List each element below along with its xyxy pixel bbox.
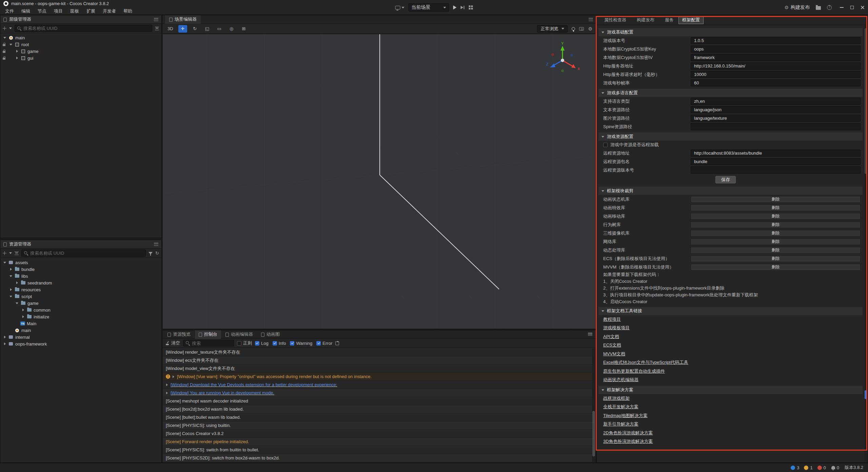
log-count-badge[interactable]: 0 — [817, 465, 826, 470]
config-scrollbar[interactable] — [864, 25, 868, 462]
lock-icon[interactable] — [2, 42, 6, 46]
asset-row[interactable]: assets — [0, 259, 161, 266]
mode-3d-button[interactable]: 3D — [166, 25, 175, 33]
asset-row[interactable]: libs — [0, 273, 161, 279]
tree-caret-icon[interactable] — [3, 36, 6, 39]
doc-link[interactable]: 游戏模板项目 — [603, 325, 630, 331]
console-log-row[interactable]: [Window] Download the Vue Devtools exten… — [163, 381, 595, 389]
solution-link[interactable]: 2D角色扮演游戏解决方案 — [603, 430, 653, 436]
asset-row[interactable]: seedrandom — [0, 279, 161, 286]
solution-link[interactable]: 全栈开发解决方案 — [603, 404, 638, 410]
section-resource-config[interactable]: 游戏资源配置 — [598, 133, 863, 141]
console-log-row[interactable]: [Scene] meshopt wasm decoder initialized — [163, 397, 595, 405]
rect-tool-button[interactable]: ▭ — [215, 25, 224, 33]
section-doc-links[interactable]: 框架文档工具链接 — [598, 307, 863, 315]
regex-checkbox[interactable] — [237, 341, 241, 346]
asset-row[interactable]: oops-framework — [0, 340, 161, 347]
scale-tool-button[interactable]: ◱ — [203, 25, 212, 33]
log-filter-toggle[interactable]: Log — [255, 341, 269, 346]
section-module-trim[interactable]: 框架模块裁剪 — [598, 187, 863, 195]
scene-editor-tab[interactable]: 场景编辑器 — [165, 15, 201, 24]
step-button[interactable] — [461, 5, 465, 9]
tree-caret-icon[interactable] — [9, 268, 13, 271]
field-value-input[interactable] — [691, 123, 861, 130]
log-count-badge[interactable]: 1 — [804, 465, 812, 470]
delete-module-button[interactable]: 删除 — [691, 255, 861, 262]
lock-icon[interactable] — [2, 49, 6, 53]
delete-module-button[interactable]: 删除 — [691, 196, 861, 203]
view-mode-dropdown[interactable]: 正常浏览 — [537, 25, 568, 33]
console-log-row[interactable]: [Window] ecs文件夹不存在 — [163, 356, 595, 365]
export-log-icon[interactable] — [335, 341, 339, 345]
solution-link[interactable]: 新手引导解决方案 — [603, 421, 638, 427]
layout-grid-button[interactable] — [469, 5, 473, 9]
tree-caret-icon[interactable] — [9, 295, 13, 298]
create-asset-button[interactable] — [3, 251, 6, 255]
menu-item[interactable]: 面板 — [66, 7, 83, 15]
minimize-button[interactable] — [840, 7, 844, 8]
assets-search-box[interactable] — [21, 250, 146, 257]
panel-menu-icon[interactable] — [589, 18, 593, 21]
field-value-input[interactable]: language/texture — [691, 115, 861, 122]
field-value-input[interactable]: framework — [691, 54, 861, 61]
asset-row[interactable]: main — [0, 327, 161, 334]
field-value-input[interactable]: bundle — [691, 158, 861, 165]
panel-menu-icon[interactable] — [154, 18, 158, 21]
tree-caret-icon[interactable] — [15, 50, 19, 53]
console-tab[interactable]: 动画编辑器 — [222, 330, 257, 339]
preview-target-button[interactable] — [395, 6, 405, 9]
tree-caret-icon[interactable] — [3, 335, 6, 339]
section-i18n-config[interactable]: 游戏多语言配置 — [598, 89, 863, 97]
filter-icon[interactable] — [155, 27, 159, 30]
hierarchy-search-box[interactable] — [15, 25, 152, 32]
doc-link[interactable]: API文档 — [603, 334, 619, 340]
delete-module-button[interactable]: 删除 — [691, 264, 861, 271]
menu-item[interactable]: 编辑 — [18, 7, 34, 15]
tree-caret-icon[interactable] — [15, 56, 19, 60]
panel-menu-icon[interactable] — [588, 333, 592, 336]
tree-caret-icon[interactable] — [21, 308, 25, 312]
field-value-input[interactable] — [691, 166, 861, 174]
delete-module-button[interactable]: 删除 — [691, 221, 861, 228]
field-value-input[interactable]: zh,en — [691, 98, 861, 105]
filter-checkbox[interactable] — [316, 341, 321, 346]
asset-row[interactable]: initialize — [0, 313, 161, 320]
remote-load-toggle[interactable]: 游戏中资源是否远程加载 — [598, 141, 863, 149]
tree-caret-icon[interactable] — [15, 301, 19, 305]
scene-camera-icon[interactable] — [579, 27, 584, 31]
notification-badge[interactable]: 0 — [831, 465, 839, 470]
field-value-input[interactable]: 1.0.5 — [691, 37, 861, 44]
inspector-tab[interactable]: 服务 — [659, 16, 677, 24]
console-log-row[interactable]: [Window] [Vue warn]: Property "onInput" … — [163, 373, 595, 381]
asset-row[interactable]: game — [0, 300, 161, 307]
tree-caret-icon[interactable] — [3, 261, 6, 264]
scene-settings-icon[interactable]: ⚙ — [588, 26, 592, 31]
rotate-tool-button[interactable]: ↻ — [191, 25, 199, 33]
delete-module-button[interactable]: 删除 — [691, 238, 861, 245]
chevron-down-icon[interactable] — [9, 27, 12, 29]
expand-arrow-icon[interactable] — [166, 383, 169, 386]
tree-caret-icon[interactable] — [9, 43, 13, 46]
tree-caret-icon[interactable] — [9, 288, 13, 291]
section-solutions[interactable]: 框架解决方案 — [598, 386, 863, 394]
console-log-row[interactable]: [Window] model_view文件夹不存在 — [163, 365, 595, 373]
filter-checkbox[interactable] — [255, 341, 259, 346]
sort-assets-icon[interactable] — [15, 252, 19, 255]
move-tool-button[interactable]: ✛ — [178, 25, 187, 33]
help-button[interactable] — [827, 5, 832, 10]
maximize-button[interactable] — [850, 6, 854, 9]
expand-arrow-icon[interactable] — [166, 392, 169, 394]
scene-light-toggle-icon[interactable] — [572, 27, 575, 31]
asset-row[interactable]: TS Main — [0, 320, 161, 327]
console-search-input[interactable] — [192, 341, 226, 346]
menu-item[interactable]: 文件 — [1, 7, 18, 15]
refresh-icon[interactable]: ↻ — [155, 251, 159, 255]
tree-caret-icon[interactable] — [3, 342, 6, 346]
panel-menu-icon[interactable] — [154, 243, 158, 246]
inspector-tab[interactable]: 框架配置 — [678, 16, 704, 24]
console-log-row[interactable]: [Scene] [PHYSICS2D]: switch from box2d-w… — [163, 454, 595, 462]
console-log-row[interactable]: [Scene] [box2d]:box2d wasm lib loaded. — [163, 405, 595, 413]
expand-arrow-icon[interactable] — [172, 375, 175, 378]
hierarchy-node-row[interactable]: gui — [0, 55, 161, 61]
filter-checkbox[interactable] — [273, 341, 277, 346]
